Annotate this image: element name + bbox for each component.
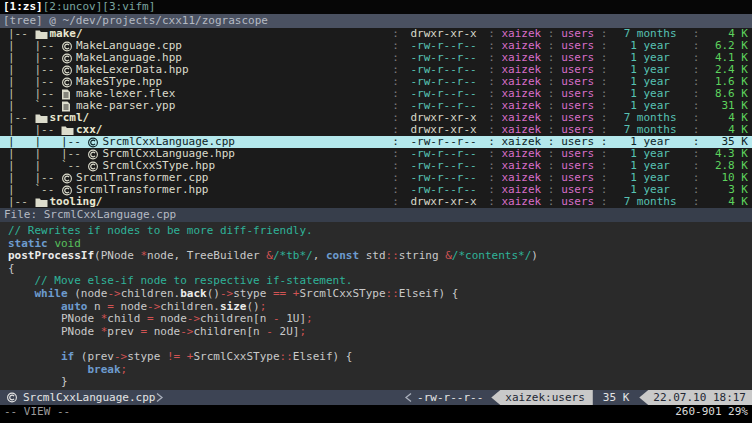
file-size: 4 K	[706, 196, 748, 208]
chevron-right-icon	[155, 392, 164, 403]
code-token: ;	[299, 325, 306, 338]
code-token: ()	[207, 287, 220, 300]
code-token: Elseif) {	[293, 350, 353, 363]
code-token: (PNode	[94, 249, 140, 262]
code-token: {	[8, 262, 15, 275]
code-token: ::	[386, 287, 399, 300]
folder-icon	[35, 197, 48, 208]
code-token: ==	[273, 287, 286, 300]
bottom-strip	[0, 419, 752, 423]
file-permissions: drwxr-xr-x	[406, 196, 482, 208]
tab-3[interactable]: [3:vifm]	[102, 0, 155, 14]
code-token: -	[273, 312, 280, 325]
column-separator: :	[482, 196, 502, 208]
folder-icon	[35, 29, 48, 40]
code-token: }	[8, 375, 68, 388]
folder-icon	[61, 125, 74, 136]
code-token: auto	[61, 300, 88, 313]
status-perms: -rw-r--r--	[413, 391, 491, 404]
c-file-icon	[87, 137, 100, 148]
code-token: string	[399, 249, 445, 262]
tree-prefix: |--	[8, 196, 35, 208]
code-token	[286, 287, 293, 300]
c-file-icon	[61, 41, 74, 52]
code-token: node	[147, 325, 180, 338]
path-bar: [tree] @ ~/dev/projects/cxx11/zograscope	[0, 14, 752, 28]
code-token: -	[266, 325, 273, 338]
code-token: stype	[233, 287, 273, 300]
column-separator: :	[386, 196, 406, 208]
code-line: // Rewrites if nodes to be more diff-fri…	[8, 225, 752, 238]
code-token: children.	[160, 300, 220, 313]
tab-1[interactable]: [1:zs]	[3, 0, 43, 14]
status-file-name: SrcmlCxxLanguage.cpp	[23, 391, 155, 404]
code-token: (prev	[74, 350, 114, 363]
c-file-icon	[61, 65, 74, 76]
c-file-icon	[61, 173, 74, 184]
code-line: postProcessIf(PNode *node, TreeBuilder &…	[8, 250, 752, 263]
code-token: &	[445, 249, 452, 262]
code-token: // Move else-if node to respective if-st…	[35, 274, 353, 287]
code-token: SrcmlCxxSType	[193, 350, 279, 363]
doc-icon	[61, 89, 74, 100]
code-token: // Rewrites if nodes to be more diff-fri…	[8, 224, 313, 237]
code-token: 1U]	[280, 312, 307, 325]
code-token: ()	[246, 300, 259, 313]
mode-indicator: -- VIEW --	[4, 405, 70, 419]
code-token: /*contents*/	[452, 249, 531, 262]
code-token: void	[54, 237, 81, 250]
code-token: child	[107, 312, 147, 325]
status-right: -rw-r--r-- xaizek:users 35 K 22.07.10 18…	[404, 390, 752, 405]
code-token: &	[266, 249, 273, 262]
code-token: Elseif) {	[399, 287, 459, 300]
code-token: !=	[167, 350, 180, 363]
column-separator: :	[686, 196, 706, 208]
file-list[interactable]: |-- make/ : drwxr-xr-x : xaizek : users …	[0, 28, 752, 208]
code-token: =	[147, 312, 154, 325]
code-token: while	[35, 287, 68, 300]
code-token: node	[154, 312, 187, 325]
column-separator: :	[541, 196, 561, 208]
code-preview[interactable]: // Rewrites if nodes to be more diff-fri…	[0, 222, 752, 390]
code-token: ->	[180, 325, 193, 338]
code-token	[8, 363, 87, 376]
status-bar: SrcmlCxxLanguage.cpp -rw-r--r-- xaizek:u…	[0, 390, 752, 405]
status-owner-segment: xaizek:users	[491, 390, 592, 405]
code-token: =	[107, 300, 114, 313]
code-token: ::	[386, 249, 399, 262]
tab-2[interactable]: [2:uncov]	[43, 0, 103, 14]
file-row[interactable]: |-- tooling/ : drwxr-xr-x : xaizek : use…	[0, 196, 752, 208]
vifm-window: [1:zs][2:uncov][3:vifm] [tree] @ ~/dev/p…	[0, 0, 752, 423]
code-token: ->	[187, 312, 200, 325]
code-token: children[n	[193, 325, 266, 338]
code-token: )	[531, 249, 538, 262]
code-token	[8, 274, 35, 287]
code-token: ;	[121, 363, 128, 376]
mode-line: -- VIEW -- 260-901 29%	[0, 405, 752, 419]
code-token: SrcmlCxxSType	[299, 287, 385, 300]
code-token: if	[61, 350, 74, 363]
code-token: back	[180, 287, 207, 300]
code-token: children[n	[200, 312, 273, 325]
code-token	[8, 300, 61, 313]
code-line: break;	[8, 364, 752, 377]
code-token: ,	[313, 249, 326, 262]
code-token: ;	[260, 300, 267, 313]
code-token: node	[114, 300, 147, 313]
doc-icon	[61, 101, 74, 112]
code-token: stype	[127, 350, 167, 363]
c-file-icon	[87, 161, 100, 172]
code-token: ::	[280, 350, 293, 363]
tab-bar: [1:zs][2:uncov][3:vifm]	[0, 0, 752, 14]
code-token: /*tb*/	[273, 249, 313, 262]
code-token: 2U]	[273, 325, 300, 338]
c-file-icon	[61, 53, 74, 64]
c-file-icon	[61, 185, 74, 196]
status-datetime-segment: 22.07.10 18:17	[639, 390, 752, 405]
code-token: PNode	[8, 325, 101, 338]
chevron-left-icon	[404, 392, 413, 403]
code-token: break	[87, 363, 120, 376]
file-owner: xaizek	[502, 196, 542, 208]
code-token: postProcessIf	[8, 249, 94, 262]
file-date: 7 months	[614, 196, 686, 208]
